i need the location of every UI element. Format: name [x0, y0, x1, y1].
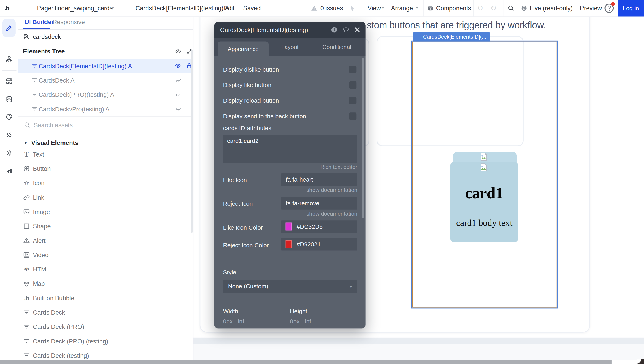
help-button[interactable]: [604, 3, 614, 14]
styles-palette-icon[interactable]: [6, 113, 13, 120]
chevron-down-icon[interactable]: ▾: [382, 0, 384, 16]
visible-eye-icon[interactable]: [175, 62, 181, 69]
image-icon: [23, 208, 30, 215]
login-button[interactable]: Log in: [618, 0, 644, 16]
edit-menu[interactable]: Edit: [224, 0, 234, 16]
divider: [2, 70, 16, 71]
undo-icon[interactable]: ↺: [477, 0, 484, 16]
palette-item-cards-deck-pro-testing[interactable]: Cards Deck (PRO) (testing): [18, 334, 193, 348]
selected-element-tag[interactable]: CardsDeck[ElementsID](...: [413, 32, 490, 41]
bubble-logo[interactable]: .b: [4, 0, 9, 16]
chevron-down-icon[interactable]: ▾: [211, 0, 213, 16]
cards-id-label: cards ID attributes: [223, 124, 271, 132]
asset-search-input[interactable]: [33, 118, 182, 132]
palette-item-button[interactable]: Button: [18, 162, 193, 176]
divider: [214, 303, 366, 303]
search-icon[interactable]: [508, 5, 514, 12]
reject-icon-input[interactable]: fa fa-remove: [281, 197, 357, 210]
element-selector[interactable]: CardsDeck[ElementsID](testing) A: [136, 0, 229, 16]
palette-item-icon[interactable]: ☆Icon: [18, 176, 193, 190]
display-dislike-checkbox[interactable]: [349, 66, 356, 73]
tab-conditional[interactable]: Conditional: [322, 38, 351, 56]
palette-item-image[interactable]: Image: [18, 204, 193, 219]
components-cube-icon[interactable]: [427, 5, 434, 12]
palette-item-alert[interactable]: Alert: [18, 233, 193, 248]
palette-item-link[interactable]: Link: [18, 190, 193, 204]
palette-item-built-on-bubble[interactable]: .bBuilt on Bubble: [18, 291, 193, 305]
divider: [504, 0, 504, 16]
palette-item-video[interactable]: Video: [18, 248, 193, 262]
issues-count[interactable]: 0 issues: [320, 0, 343, 16]
like-color-picker[interactable]: #DC32D5: [281, 220, 357, 233]
element-search-input[interactable]: [32, 29, 173, 44]
clear-search-icon[interactable]: [23, 33, 30, 40]
tree-row-selected[interactable]: CardsDeck[ElementsID](testing) A: [18, 59, 193, 73]
hidden-eye-icon[interactable]: [175, 106, 181, 112]
rich-text-editor-link[interactable]: Rich text editor: [320, 164, 357, 170]
redo-icon[interactable]: ↻: [490, 0, 497, 16]
tab-responsive[interactable]: Responsive: [52, 16, 85, 29]
show-documentation-link[interactable]: show documentation: [306, 187, 357, 194]
show-documentation-link[interactable]: show documentation: [306, 210, 357, 217]
hscroll-thumb[interactable]: [0, 360, 612, 364]
reject-color-picker[interactable]: #D92021: [281, 238, 357, 250]
info-icon[interactable]: [331, 26, 338, 33]
preview-link[interactable]: Preview: [580, 0, 602, 16]
view-menu[interactable]: View: [368, 0, 381, 16]
canvas-heading-text: stom buttons that are triggered by workf…: [367, 20, 546, 31]
settings-gear-icon[interactable]: [6, 150, 13, 156]
display-like-checkbox[interactable]: [349, 82, 356, 89]
palette-item-cards-deck-pro[interactable]: Cards Deck (PRO): [18, 320, 193, 334]
palette-item-html[interactable]: </>HTML: [18, 262, 193, 276]
tree-row[interactable]: CardsDeck(PRO)(testing) A: [18, 88, 193, 102]
close-icon[interactable]: [354, 26, 360, 33]
tab-ui-builder[interactable]: UI Builder: [24, 16, 54, 29]
tab-appearance[interactable]: Appearance: [218, 42, 268, 56]
palette-item-cards-deck[interactable]: Cards Deck: [18, 305, 193, 320]
panel-scrollbar[interactable]: [190, 49, 192, 233]
display-reload-checkbox[interactable]: [349, 97, 356, 104]
tab-layout[interactable]: Layout: [281, 38, 298, 56]
cards-id-textarea[interactable]: card1,card2: [223, 134, 357, 162]
chevron-down-icon[interactable]: ▾: [112, 0, 114, 16]
display-send-back-checkbox[interactable]: [349, 112, 356, 120]
logs-chart-icon[interactable]: [6, 167, 13, 174]
divider: [576, 0, 576, 16]
style-value: None (Custom): [228, 283, 268, 290]
workflow-icon[interactable]: [6, 56, 13, 63]
palette-item-map[interactable]: Map: [18, 276, 193, 291]
style-dropdown[interactable]: None (Custom) ▾: [223, 280, 357, 293]
tree-row[interactable]: CardsDeckvPro(testing) A: [18, 102, 193, 116]
card-title: card1: [450, 184, 518, 202]
like-icon-input[interactable]: fa fa-heart: [281, 173, 357, 186]
blocks-icon[interactable]: [6, 78, 13, 84]
property-editor: CardsDeck[ElementsID](testing) Appearanc…: [214, 22, 366, 328]
palette-item-shape[interactable]: Shape: [18, 219, 193, 233]
property-editor-tabs: Appearance Layout Conditional: [214, 38, 366, 56]
cards-deck-icon: [23, 352, 30, 359]
cards-deck-icon: [31, 91, 38, 98]
inspector-scrollbar[interactable]: [362, 58, 364, 218]
star-icon: ☆: [23, 180, 30, 186]
page-selector[interactable]: Page: tinder_swiping_cards: [37, 0, 112, 16]
design-tab-active[interactable]: [2, 19, 16, 37]
live-globe-icon: [521, 5, 527, 12]
cards-deck-icon: [23, 309, 30, 316]
bubble-icon: .b: [23, 294, 30, 302]
show-all-eye-icon[interactable]: [175, 48, 181, 54]
chevron-down-icon[interactable]: ▾: [416, 0, 418, 16]
tree-row[interactable]: CardsDeck A: [18, 73, 193, 88]
arrange-menu[interactable]: Arrange: [391, 0, 413, 16]
style-label: Style: [223, 268, 236, 276]
live-status[interactable]: Live (read-only): [530, 0, 572, 16]
database-icon[interactable]: [6, 96, 13, 103]
plugins-icon[interactable]: [6, 132, 13, 138]
hidden-eye-icon[interactable]: [175, 77, 181, 83]
comment-icon[interactable]: [342, 26, 350, 33]
cards-deck-icon: [31, 77, 38, 83]
palette-item-text[interactable]: TText: [18, 147, 193, 162]
hidden-eye-icon[interactable]: [175, 91, 181, 98]
components-button[interactable]: Components: [436, 0, 471, 16]
cursor-tool-icon[interactable]: [349, 5, 356, 12]
property-editor-header[interactable]: CardsDeck[ElementsID](testing): [214, 22, 366, 38]
